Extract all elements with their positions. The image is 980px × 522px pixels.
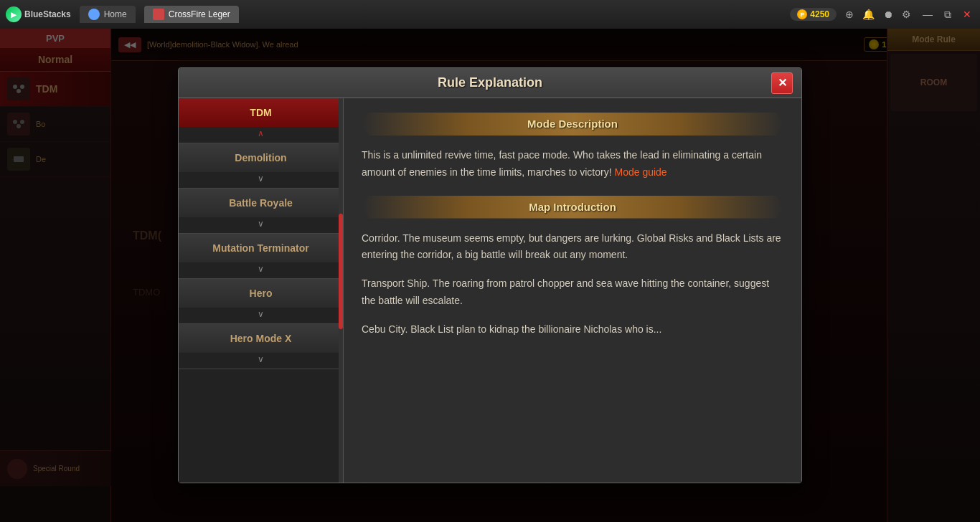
mutation-chevron-icon: ∨: [179, 262, 343, 278]
map-intro-paragraph-2: Transport Ship. The roaring from patrol …: [362, 275, 783, 310]
cursor-icon[interactable]: ⊕: [845, 9, 854, 20]
mode-item-mutation-header[interactable]: Mutation Terminator: [179, 234, 343, 262]
settings-icon[interactable]: ⚙: [902, 9, 911, 20]
modal-header: Rule Explanation ✕: [179, 68, 801, 98]
coin-icon: P: [797, 9, 807, 19]
home-tab-label: Home: [104, 9, 127, 19]
mode-description-header-text: Mode Description: [527, 115, 618, 133]
game-tab-label: CrossFire Leger: [169, 9, 230, 19]
mode-item-hero-header[interactable]: Hero: [179, 279, 343, 308]
mode-item-battle-royale-header[interactable]: Battle Royale: [179, 189, 343, 217]
mode-item-tdm-header[interactable]: TDM: [179, 98, 343, 127]
hero-x-chevron-icon: ∨: [179, 353, 343, 369]
mode-item-tdm[interactable]: TDM ∧: [179, 98, 343, 143]
topbar-right: P 4250 ⊕ 🔔 ⏺ ⚙ — ⧉ ✕: [790, 8, 974, 21]
mode-item-battle-royale[interactable]: Battle Royale ∨: [179, 189, 343, 234]
hero-chevron-icon: ∨: [179, 308, 343, 323]
mode-item-mutation[interactable]: Mutation Terminator ∨: [179, 234, 343, 279]
mode-item-demolition-header[interactable]: Demolition: [179, 143, 343, 172]
restore-button[interactable]: ⧉: [941, 9, 954, 21]
mode-item-hero[interactable]: Hero ∨: [179, 279, 343, 324]
map-intro-paragraph-1: Corridor. The museum seems empty, but da…: [362, 230, 783, 265]
media-icon[interactable]: ⏺: [883, 9, 893, 20]
rule-explanation-modal: Rule Explanation ✕ TDM ∧ Demolition ∨: [178, 67, 802, 483]
game-tab-icon: [153, 9, 164, 20]
bluestacks-brand: BlueStacks: [24, 9, 71, 19]
modal-overlay: Rule Explanation ✕ TDM ∧ Demolition ∨: [0, 29, 980, 522]
game-area: PVP Normal TDM Bo De Special Round ◀◀: [0, 29, 980, 522]
minimize-button[interactable]: —: [920, 9, 936, 20]
map-intro-text: Corridor. The museum seems empty, but da…: [362, 230, 783, 338]
modal-content: Mode Description This is a unlimited rev…: [344, 98, 801, 483]
tdm-chevron-icon: ∧: [179, 127, 343, 143]
window-controls: — ⧉ ✕: [920, 9, 974, 21]
mode-description-text: This is a unlimited revive time, fast pa…: [362, 147, 783, 181]
modal-title: Rule Explanation: [438, 75, 542, 90]
bluestacks-logo: ▶ BlueStacks: [6, 6, 71, 22]
map-introduction-header-text: Map Introduction: [529, 199, 616, 216]
map-intro-paragraph-3: Cebu City. Black List plan to kidnap the…: [362, 321, 783, 338]
modal-scrollbar-thumb[interactable]: [339, 214, 343, 329]
modal-scrollbar[interactable]: [339, 98, 343, 483]
mode-description-header-bg: Mode Description: [362, 113, 783, 136]
home-tab-icon: [88, 9, 100, 20]
map-introduction-header: Map Introduction: [362, 196, 783, 219]
mode-description-content: This is a unlimited revive time, fast pa…: [362, 149, 762, 178]
mode-item-demolition[interactable]: Demolition ∨: [179, 143, 343, 189]
bluestacks-icon: ▶: [6, 6, 22, 22]
game-tab[interactable]: CrossFire Leger: [144, 6, 239, 23]
notification-icon[interactable]: 🔔: [862, 9, 875, 20]
bluestacks-topbar: ▶ BlueStacks Home CrossFire Leger P 4250…: [0, 0, 980, 29]
modal-mode-list: TDM ∧ Demolition ∨ Battle Royale ∨ Mutat…: [179, 98, 344, 483]
modal-close-button[interactable]: ✕: [771, 72, 793, 94]
mode-description-header: Mode Description: [362, 113, 783, 136]
battle-royale-chevron-icon: ∨: [179, 217, 343, 233]
coins-display: P 4250: [790, 8, 837, 21]
mode-item-hero-x-header[interactable]: Hero Mode X: [179, 324, 343, 353]
mode-item-hero-x[interactable]: Hero Mode X ∨: [179, 324, 343, 369]
close-button[interactable]: ✕: [960, 9, 974, 20]
mode-guide-link[interactable]: Mode guide: [614, 166, 666, 178]
map-introduction-header-bg: Map Introduction: [362, 196, 783, 219]
demolition-chevron-icon: ∨: [179, 172, 343, 188]
coins-amount: 4250: [810, 9, 829, 19]
modal-body: TDM ∧ Demolition ∨ Battle Royale ∨ Mutat…: [179, 98, 801, 483]
home-tab[interactable]: Home: [80, 6, 136, 23]
